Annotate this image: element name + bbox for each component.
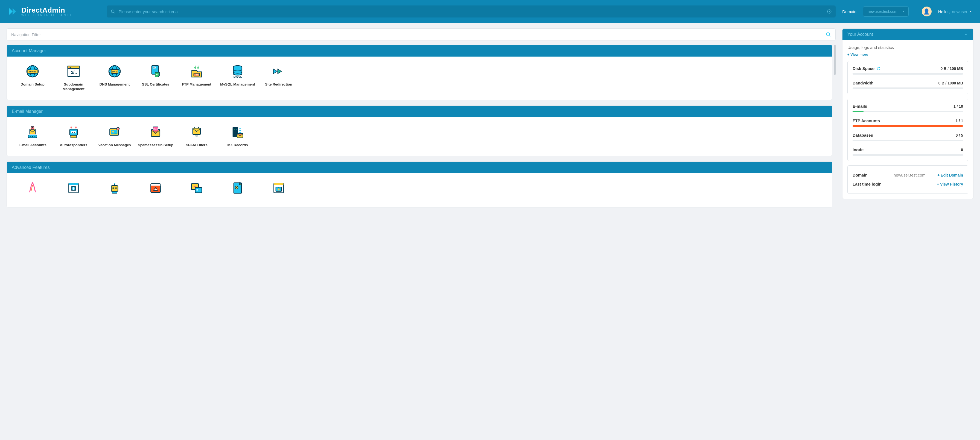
tile-download[interactable] — [54, 180, 93, 199]
tile-label: E-mail Accounts — [19, 143, 46, 148]
navigation-filter — [6, 29, 835, 40]
spam-env-icon: SPAM — [148, 124, 163, 140]
tile-domain-setup[interactable]: WWWDomain Setup — [13, 64, 52, 92]
svg-point-58 — [115, 187, 117, 189]
search-box — [107, 5, 836, 17]
info-key: Domain — [853, 173, 894, 177]
chevron-down-icon — [902, 10, 905, 13]
logo-icon — [8, 6, 18, 16]
progress-bar — [853, 125, 963, 127]
globe-dns-icon: DNS — [107, 64, 122, 79]
tile-ftp-management[interactable]: FTPFTP Management — [177, 64, 216, 92]
tile-doc[interactable] — [218, 180, 257, 199]
tile-label: SPAM Filters — [186, 143, 207, 148]
apache-icon — [25, 180, 40, 196]
svg-point-11 — [70, 67, 72, 68]
panel-header[interactable]: Your Account — [842, 29, 973, 40]
domain-selector[interactable]: newuser.test.com — [863, 6, 908, 17]
logo[interactable]: DirectAdmin web control panel — [8, 6, 73, 17]
svg-text:://..: ://.. — [71, 70, 77, 75]
stat-bandwidth: Bandwidth0 B / 1000 MB — [853, 81, 963, 89]
mail-lock-icon — [25, 124, 40, 140]
user-menu[interactable]: Hello, newuser — [938, 9, 972, 14]
section-e-mail-manager: E-mail ManagerE-mail AccountsAutorespond… — [6, 105, 832, 156]
stat-databases: Databases0 / 5 — [853, 133, 963, 141]
chevron-up-icon — [964, 32, 968, 37]
tile-site-redirection[interactable]: Site Redirection — [259, 64, 298, 92]
svg-text:WWW: WWW — [29, 70, 37, 73]
search-icon — [826, 32, 831, 37]
domain-label: Domain — [842, 9, 856, 14]
svg-point-2 — [826, 33, 830, 36]
tile-secure-page[interactable] — [259, 180, 298, 199]
tile-spam-filters[interactable]: SPAM Filters — [177, 124, 216, 148]
section-header: E-mail Manager — [7, 106, 832, 117]
svg-rect-60 — [112, 191, 117, 193]
tile-label: Autoresponders — [60, 143, 87, 148]
scrollbar[interactable] — [834, 45, 835, 75]
svg-point-34 — [72, 132, 73, 133]
svg-point-47 — [194, 127, 195, 128]
svg-point-50 — [234, 129, 235, 130]
panel-description: Usage, logs and statistics — [847, 45, 968, 50]
tile-robot2[interactable] — [95, 180, 134, 199]
search-input[interactable] — [107, 5, 836, 17]
tile-vacation-messages[interactable]: Vacation Messages — [95, 124, 134, 148]
tile-apache[interactable] — [13, 180, 52, 199]
tile-dns-management[interactable]: DNSDNS Management — [95, 64, 134, 92]
info-row-domain: Domainnewuser.test.com+ Edit Domain — [853, 170, 963, 179]
info-action-link[interactable]: + Edit Domain — [937, 173, 963, 177]
stat-name: E-mails — [853, 104, 867, 108]
your-account-panel: Your Account Usage, logs and statistics … — [842, 29, 974, 199]
navigation-filter-input[interactable] — [11, 32, 826, 37]
robot-icon — [66, 124, 81, 140]
svg-rect-62 — [151, 184, 161, 186]
tile-label: Subdomain Management — [54, 82, 93, 92]
mx-server-icon — [230, 124, 245, 140]
progress-bar — [853, 87, 963, 89]
tile-media[interactable] — [177, 180, 216, 199]
brand-name: DirectAdmin — [21, 6, 73, 14]
search-icon — [110, 9, 115, 14]
info-value: newuser.test.com — [894, 173, 937, 177]
stat-name: Databases — [853, 133, 873, 137]
username: newuser — [952, 9, 967, 14]
tile-error-page[interactable] — [137, 180, 175, 199]
tile-mx-records[interactable]: MX Records — [218, 124, 257, 148]
header: DirectAdmin web control panel Domain new… — [0, 0, 980, 23]
ftp-folder-icon: FTP — [189, 64, 204, 79]
svg-point-51 — [236, 129, 237, 130]
section-account-manager: Account ManagerWWWDomain Setup://..Subdo… — [6, 45, 832, 100]
refresh-icon[interactable] — [877, 67, 880, 70]
svg-rect-54 — [69, 183, 78, 185]
tile-spamassassin-setup[interactable]: SPAMSpamassassin Setup — [137, 124, 175, 148]
tile-label: DNS Management — [100, 82, 130, 87]
view-more-link[interactable]: + View more — [847, 52, 968, 57]
tile-label: Vacation Messages — [98, 143, 131, 148]
tile-mysql-management[interactable]: MySQLMySQL Management — [218, 64, 257, 92]
section-header: Advanced Features — [7, 162, 832, 173]
svg-rect-64 — [195, 187, 202, 193]
tile-subdomain-management[interactable]: ://..Subdomain Management — [54, 64, 93, 92]
svg-point-68 — [236, 187, 237, 188]
progress-bar — [853, 73, 963, 75]
media-icon — [189, 180, 204, 196]
svg-point-0 — [111, 10, 114, 13]
stat-value: 0 — [961, 148, 963, 152]
tile-autoresponders[interactable]: Autoresponders — [54, 124, 93, 148]
beach-icon — [107, 124, 122, 140]
svg-point-10 — [69, 67, 70, 68]
avatar[interactable]: 👤 — [922, 6, 932, 16]
tile-label: SSL Certificates — [142, 82, 169, 87]
stat-inode: Inode0 — [853, 147, 963, 156]
tile-grid — [7, 173, 832, 207]
clear-icon[interactable] — [827, 9, 832, 14]
doc-icon — [230, 180, 245, 196]
tile-e-mail-accounts[interactable]: E-mail Accounts — [13, 124, 52, 148]
tile-ssl-certificates[interactable]: SSLSSL Certificates — [137, 64, 175, 92]
progress-bar — [853, 154, 963, 156]
progress-bar — [853, 111, 963, 112]
info-action-link[interactable]: + View History — [937, 182, 963, 186]
svg-point-57 — [112, 187, 114, 189]
svg-rect-70 — [274, 183, 283, 185]
